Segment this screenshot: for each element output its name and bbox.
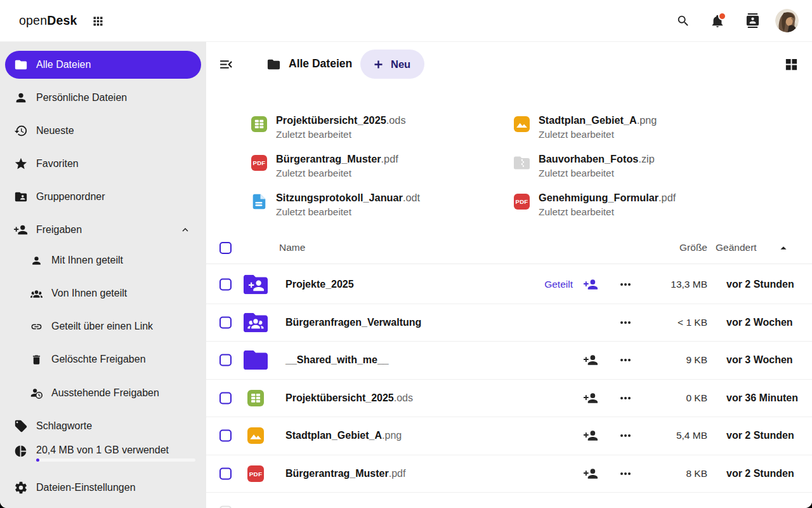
folder-icon[interactable] — [243, 351, 268, 370]
chart-pie-icon — [14, 444, 27, 458]
row-checkbox[interactable] — [219, 279, 232, 291]
share-account-plus-icon[interactable] — [584, 277, 598, 292]
file-type-png-icon[interactable] — [243, 427, 268, 444]
share-account-plus-icon[interactable] — [584, 353, 598, 368]
file-size: 13,3 MB — [625, 279, 707, 290]
recent-file-subtitle: Zuletzt bearbeitet — [276, 205, 420, 218]
quota-progress-fill — [36, 458, 39, 462]
file-type-png-icon — [514, 116, 530, 132]
file-name[interactable]: __Shared_with_me__ — [285, 354, 389, 366]
file-basename: Stadtplan_Gebiet_A — [539, 114, 637, 126]
recent-file[interactable]: Sitzungsprotokoll_Januar.odtZuletzt bear… — [251, 190, 502, 224]
file-modified: vor 2 Stunden — [726, 279, 794, 290]
sidebar-item-freigaben[interactable]: Freigaben — [5, 216, 201, 244]
contacts-icon[interactable] — [745, 13, 760, 28]
recent-file[interactable]: Genehmigung_Formular.pdfZuletzt bearbeit… — [514, 190, 764, 224]
share-account-plus-icon[interactable] — [584, 429, 598, 443]
avatar[interactable] — [775, 9, 799, 32]
sidebar-item-alle-dateien[interactable]: Alle Dateien — [5, 51, 201, 79]
file-modified: vor 2 Wochen — [726, 317, 793, 328]
recent-file[interactable]: Bauvorhaben_Fotos.zipZuletzt bearbeitet — [514, 152, 764, 185]
collapse-sidebar-button[interactable] — [218, 57, 234, 72]
file-name[interactable]: Bürgerantrag_Muster.pdf — [285, 468, 405, 479]
sidebar-item-settings[interactable]: Dateien-Einstellungen — [5, 474, 201, 502]
file-name[interactable]: Stadtplan_Gebiet_A.png — [285, 430, 402, 441]
recent-file[interactable]: Projektübersicht_2025.odsZuletzt bearbei… — [251, 113, 502, 146]
sort-ascending-icon[interactable] — [776, 241, 790, 255]
search-icon[interactable] — [676, 14, 690, 28]
file-size: 5,4 MB — [625, 430, 707, 441]
share-account-plus-icon[interactable] — [584, 391, 598, 405]
table-row[interactable]: __Shared_with_me__9 KBvor 3 Wochen — [206, 342, 812, 380]
file-name[interactable]: Projektübersicht_2025.ods — [285, 392, 413, 404]
quota-indicator[interactable]: 20,4 MB von 1 GB verwendet — [0, 436, 206, 474]
column-header-name[interactable]: Name — [279, 242, 305, 253]
table-row[interactable]: Projektübersicht_2025.ods0 KBvor 36 Minu… — [206, 380, 812, 418]
file-name[interactable]: Projekte_2025 — [285, 279, 354, 290]
sidebar-item-mit-ihnen-geteilt[interactable]: Mit Ihnen geteilt — [5, 246, 201, 274]
recent-file[interactable]: Bürgerantrag_Muster.pdfZuletzt bearbeite… — [251, 152, 502, 185]
file-type-ods-icon[interactable] — [243, 390, 268, 406]
recent-file[interactable]: Stadtplan_Gebiet_A.pngZuletzt bearbeitet — [514, 113, 764, 146]
table-header: Name Größe Geändert — [206, 234, 812, 264]
sidebar-item-label: Favoriten — [36, 158, 79, 170]
column-header-modified[interactable]: Geändert — [716, 242, 757, 253]
history-icon — [14, 124, 28, 138]
recent-file-text: Bauvorhaben_Fotos.zipZuletzt bearbeitet — [539, 152, 655, 180]
grid-view-toggle-icon[interactable] — [784, 57, 799, 72]
new-button[interactable]: Neu — [360, 50, 424, 79]
sidebar-item-pers-nliche-dateien[interactable]: Persönliche Dateien — [5, 84, 201, 112]
app-window: openDesk Alle DateienPersönliche Dateien… — [0, 0, 812, 508]
sidebar-item-favoriten[interactable]: Favoriten — [5, 150, 201, 178]
sidebar-item-label: Schlagworte — [36, 420, 92, 432]
delete-icon — [30, 354, 43, 366]
table-row[interactable]: Bürgerantrag_Muster.pdf8 KBvor 2 Stunden — [206, 455, 812, 493]
folder-group-icon[interactable] — [243, 312, 268, 332]
file-type-pdf-icon[interactable] — [243, 465, 268, 482]
folder-shared-icon[interactable] — [243, 275, 268, 295]
file-name[interactable]: Bürgeranfragen_Verwaltung — [285, 317, 421, 328]
sidebar-item-label: Persönliche Dateien — [36, 92, 127, 104]
file-size: 0 KB — [625, 392, 707, 404]
select-all-checkbox[interactable] — [219, 242, 232, 254]
sidebar-item-geteilt-ber-einen-link[interactable]: Geteilt über einen Link — [5, 312, 201, 340]
row-checkbox[interactable] — [219, 316, 232, 328]
shared-status-label[interactable]: Geteilt — [473, 279, 573, 290]
file-extension: .ods — [386, 114, 406, 126]
breadcrumb[interactable]: Alle Dateien — [289, 57, 352, 70]
recent-file-subtitle: Zuletzt bearbeitet — [539, 166, 655, 180]
table-row[interactable]: Projekte_2025Geteilt13,3 MBvor 2 Stunden — [206, 266, 812, 304]
app-logo[interactable]: openDesk — [19, 13, 77, 29]
sidebar-item-label: Dateien-Einstellungen — [36, 482, 136, 493]
file-extension: .pdf — [389, 468, 406, 479]
column-header-size[interactable]: Größe — [625, 242, 707, 253]
row-checkbox[interactable] — [219, 430, 232, 442]
star-icon — [14, 157, 28, 171]
account-group-icon — [30, 288, 43, 300]
row-checkbox[interactable] — [219, 467, 232, 479]
notifications-bell-icon[interactable] — [710, 14, 724, 28]
share-account-plus-icon[interactable] — [584, 466, 598, 481]
apps-grid-icon[interactable] — [91, 15, 105, 28]
file-basename: Bauvorhaben_Fotos — [539, 153, 638, 164]
row-checkbox[interactable] — [219, 505, 232, 508]
recent-file-text: Genehmigung_Formular.pdfZuletzt bearbeit… — [539, 190, 676, 218]
sidebar-item-von-ihnen-geteilt[interactable]: Von Ihnen geteilt — [5, 279, 201, 307]
account-plus-icon — [14, 223, 28, 237]
row-checkbox[interactable] — [219, 354, 232, 366]
sidebar-item-gel-schte-freigaben[interactable]: Gelöschte Freigaben — [5, 345, 201, 373]
tag-icon — [14, 419, 28, 433]
sidebar-item-ausstehende-freigaben[interactable]: Ausstehende Freigaben — [5, 379, 201, 407]
row-checkbox[interactable] — [219, 392, 232, 404]
sidebar-item-schlagworte[interactable]: Schlagworte — [5, 412, 201, 440]
recent-file-text: Projektübersicht_2025.odsZuletzt bearbei… — [276, 113, 406, 141]
file-basename: Projektübersicht_2025 — [276, 114, 386, 126]
file-type-ods-icon — [251, 116, 267, 132]
sidebar-item-neueste[interactable]: Neueste — [5, 117, 201, 145]
file-basename: __Shared_with_me__ — [285, 354, 389, 365]
recent-file-name: Sitzungsprotokoll_Januar.odt — [276, 190, 420, 204]
chevron-up-icon[interactable] — [180, 224, 191, 236]
table-row[interactable]: Stadtplan_Gebiet_A.png5,4 MBvor 2 Stunde… — [206, 417, 812, 455]
table-row[interactable]: Bürgeranfragen_Verwaltung< 1 KBvor 2 Woc… — [206, 304, 812, 342]
sidebar-item-gruppenordner[interactable]: Gruppenordner — [5, 183, 201, 211]
